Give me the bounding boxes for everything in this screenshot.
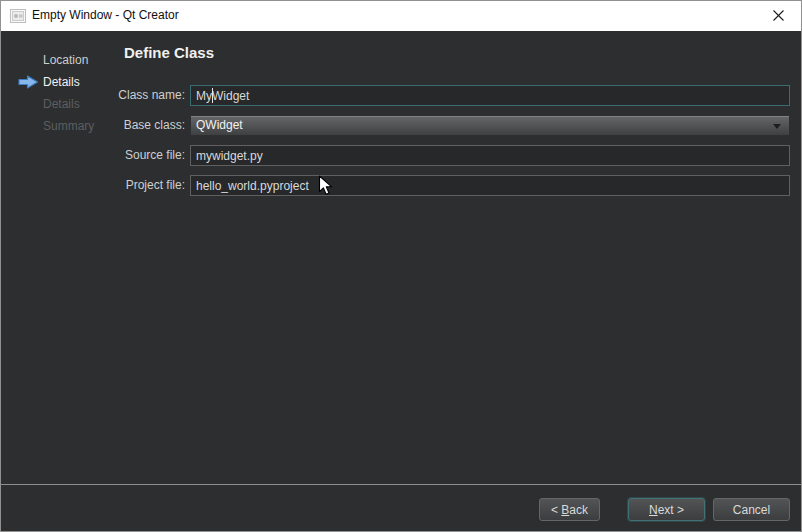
class-name-field-wrap [190,85,790,106]
next-button[interactable]: Next > [628,498,705,521]
close-button[interactable] [755,1,801,30]
page-title: Define Class [124,44,214,61]
project-file-input[interactable] [190,175,790,196]
back-button[interactable]: < Back [539,498,600,521]
text-caret [212,88,213,103]
class-name-input[interactable] [190,85,790,106]
source-file-label: Source file: [91,145,185,166]
source-file-input[interactable] [190,145,790,166]
close-icon [772,9,785,22]
qt-creator-app-icon [10,8,26,24]
step-location: Location [1,49,116,71]
base-class-label: Base class: [91,115,185,136]
base-class-field-wrap: QWidget [190,115,790,136]
project-file-label: Project file: [91,175,185,196]
base-class-selected-value: QWidget [196,118,243,132]
footer-separator [1,484,801,485]
cancel-button[interactable]: Cancel [713,498,790,521]
class-name-label: Class name: [91,85,185,106]
wizard-dialog: Empty Window - Qt Creator Location Detai… [0,0,802,532]
titlebar: Empty Window - Qt Creator [1,1,801,31]
window-title: Empty Window - Qt Creator [32,1,179,31]
current-step-arrow-icon [18,75,39,89]
project-file-field-wrap [190,175,790,196]
base-class-dropdown[interactable]: QWidget [190,115,790,136]
dialog-body: Location Details Details Summary Define … [1,31,801,531]
chevron-down-icon [773,124,781,129]
source-file-field-wrap [190,145,790,166]
